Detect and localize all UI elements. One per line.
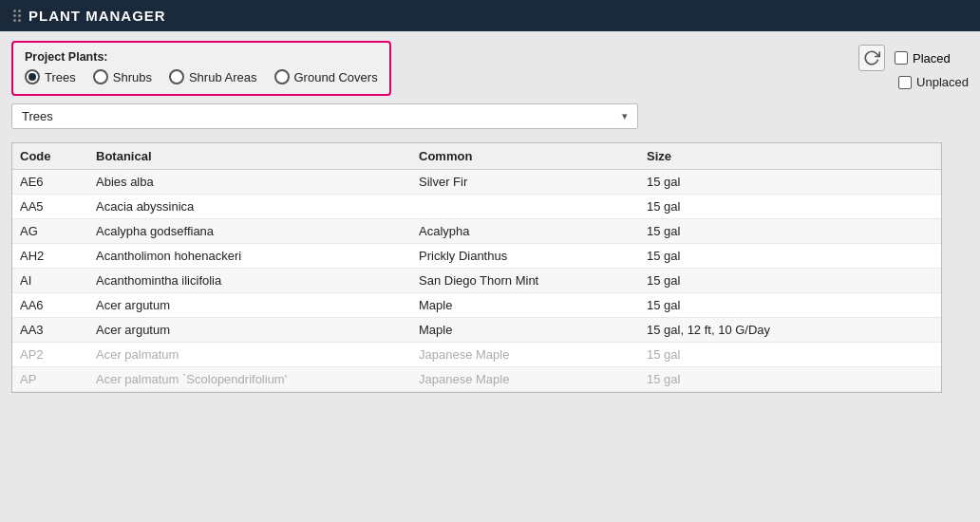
main-area: Project Plants: Trees Shrubs Shrub Areas bbox=[0, 31, 980, 402]
col-botanical: Botanical bbox=[96, 149, 419, 163]
col-common: Common bbox=[419, 149, 647, 163]
dropdown-row: Trees ▾ bbox=[11, 103, 638, 129]
cell-size: 15 gal bbox=[647, 298, 933, 312]
cell-code: AH2 bbox=[20, 249, 96, 263]
table-row[interactable]: AP2 Acer palmatum Japanese Maple 15 gal bbox=[12, 343, 941, 367]
table-body: AE6 Abies alba Silver Fir 15 gal AA5 Aca… bbox=[12, 170, 941, 392]
cell-size: 15 gal bbox=[647, 273, 933, 288]
cell-size: 15 gal bbox=[647, 199, 933, 214]
project-plants-box: Project Plants: Trees Shrubs Shrub Areas bbox=[11, 41, 638, 137]
right-controls: Placed Unplaced bbox=[858, 45, 969, 89]
cell-code: AE6 bbox=[20, 175, 96, 189]
table-row[interactable]: AI Acanthomintha ilicifolia San Diego Th… bbox=[12, 269, 941, 293]
cell-botanical: Acantholimon hohenackeri bbox=[96, 249, 419, 263]
unplaced-checkbox-row: Unplaced bbox=[898, 75, 969, 89]
cell-size: 15 gal, 12 ft, 10 G/Day bbox=[647, 323, 933, 337]
radio-shrubs-label: Shrubs bbox=[113, 70, 152, 84]
cell-common: Maple bbox=[419, 323, 647, 337]
unplaced-checkbox[interactable] bbox=[898, 76, 912, 89]
cell-size: 15 gal bbox=[647, 224, 933, 238]
radio-shrubs-circle bbox=[93, 69, 108, 84]
project-plants-label: Project Plants: bbox=[25, 50, 378, 64]
cell-botanical: Acer palmatum `Scolopendrifolium' bbox=[96, 372, 419, 386]
cell-size: 15 gal bbox=[647, 249, 933, 263]
cell-botanical: Acalypha godseffiana bbox=[96, 224, 419, 238]
cell-botanical: Acer palmatum bbox=[96, 347, 419, 362]
cell-code: AP2 bbox=[20, 347, 96, 362]
top-row: Project Plants: Trees Shrubs Shrub Areas bbox=[11, 41, 969, 137]
plant-table: Code Botanical Common Size AE6 Abies alb… bbox=[11, 142, 942, 393]
cell-code: AP bbox=[20, 372, 96, 386]
radio-ground-covers[interactable]: Ground Covers bbox=[274, 69, 378, 84]
cell-common: Maple bbox=[419, 298, 647, 312]
cell-common: Japanese Maple bbox=[419, 372, 647, 386]
app-title: PLANT MANAGER bbox=[28, 8, 166, 24]
radio-group: Trees Shrubs Shrub Areas Ground Covers bbox=[25, 69, 378, 84]
placed-label: Placed bbox=[913, 51, 951, 65]
drag-handle[interactable] bbox=[13, 9, 21, 22]
cell-botanical: Acer argutum bbox=[96, 323, 419, 337]
cell-common: Silver Fir bbox=[419, 175, 647, 189]
cell-botanical: Abies alba bbox=[96, 175, 419, 189]
cell-code: AA6 bbox=[20, 298, 96, 312]
type-dropdown[interactable]: Trees ▾ bbox=[11, 103, 638, 129]
placed-checkbox-row: Placed bbox=[895, 51, 951, 65]
cell-common bbox=[419, 199, 647, 214]
radio-ground-covers-label: Ground Covers bbox=[294, 70, 378, 84]
radio-ground-covers-circle bbox=[274, 69, 290, 84]
cell-common: San Diego Thorn Mint bbox=[419, 273, 647, 288]
cell-common: Acalypha bbox=[419, 224, 647, 238]
table-row[interactable]: AA5 Acacia abyssinica 15 gal bbox=[12, 195, 941, 219]
table-row[interactable]: AE6 Abies alba Silver Fir 15 gal bbox=[12, 170, 941, 195]
table-row[interactable]: AA3 Acer argutum Maple 15 gal, 12 ft, 10… bbox=[12, 318, 941, 343]
chevron-down-icon: ▾ bbox=[622, 110, 628, 122]
cell-size: 15 gal bbox=[647, 347, 933, 362]
radio-trees-circle bbox=[25, 69, 40, 84]
refresh-row: Placed bbox=[858, 45, 951, 71]
radio-shrub-areas-circle bbox=[169, 69, 184, 84]
cell-botanical: Acacia abyssinica bbox=[96, 199, 419, 214]
radio-shrubs[interactable]: Shrubs bbox=[93, 69, 152, 84]
cell-size: 15 gal bbox=[647, 372, 933, 386]
cell-code: AG bbox=[20, 224, 96, 238]
title-bar: PLANT MANAGER bbox=[0, 0, 980, 31]
dropdown-value: Trees bbox=[22, 109, 53, 123]
radio-trees[interactable]: Trees bbox=[25, 69, 76, 84]
col-size: Size bbox=[647, 149, 933, 163]
cell-botanical: Acer argutum bbox=[96, 298, 419, 312]
radio-shrub-areas[interactable]: Shrub Areas bbox=[169, 69, 257, 84]
cell-code: AA3 bbox=[20, 323, 96, 337]
placed-checkbox[interactable] bbox=[895, 51, 908, 65]
cell-botanical: Acanthomintha ilicifolia bbox=[96, 273, 419, 288]
col-code: Code bbox=[20, 149, 96, 163]
table-row[interactable]: AG Acalypha godseffiana Acalypha 15 gal bbox=[12, 219, 941, 244]
cell-size: 15 gal bbox=[647, 175, 933, 189]
table-row[interactable]: AP Acer palmatum `Scolopendrifolium' Jap… bbox=[12, 367, 941, 392]
refresh-button[interactable] bbox=[858, 45, 885, 71]
cell-common: Prickly Dianthus bbox=[419, 249, 647, 263]
cell-code: AA5 bbox=[20, 199, 96, 214]
table-row[interactable]: AA6 Acer argutum Maple 15 gal bbox=[12, 293, 941, 318]
cell-code: AI bbox=[20, 273, 96, 288]
table-header: Code Botanical Common Size bbox=[12, 143, 941, 170]
unplaced-label: Unplaced bbox=[916, 75, 969, 89]
table-row[interactable]: AH2 Acantholimon hohenackeri Prickly Dia… bbox=[12, 244, 941, 269]
cell-common: Japanese Maple bbox=[419, 347, 647, 362]
radio-shrub-areas-label: Shrub Areas bbox=[189, 70, 257, 84]
radio-trees-label: Trees bbox=[45, 70, 76, 84]
refresh-icon bbox=[863, 49, 880, 66]
